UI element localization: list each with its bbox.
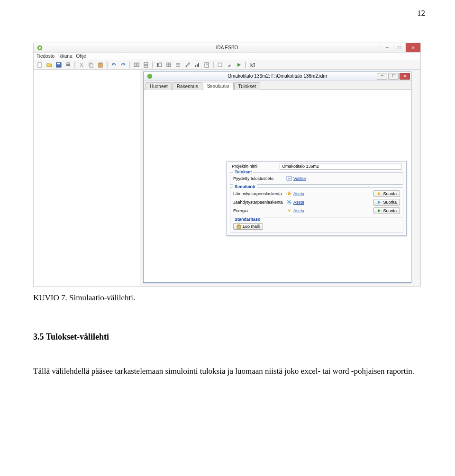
separator-icon <box>152 62 153 68</box>
cooling-run-text: Suorita <box>383 200 397 205</box>
svg-rect-7 <box>90 64 93 67</box>
menu-file[interactable]: Tiedosto <box>36 54 55 59</box>
heating-run-text: Suorita <box>383 191 397 196</box>
app-title: IDA ESBO <box>216 45 238 50</box>
doc-body: Projektin nimi Omakotitalo 136m2 Tulokse… <box>144 90 411 282</box>
doc-maximize-button[interactable]: ☐ <box>388 73 399 80</box>
doc-icon <box>146 73 153 80</box>
cooling-set-link[interactable]: Aseta <box>286 199 304 205</box>
separator-icon <box>74 62 75 68</box>
menu-window[interactable]: Ikkuna <box>57 54 73 59</box>
tab-simulaatio[interactable]: Simulaatio <box>203 82 234 90</box>
svg-rect-31 <box>287 177 291 180</box>
project-name-input[interactable]: Omakotitalo 136m2 <box>280 163 401 170</box>
group-standard-level: Standaritaso Luo malli <box>230 220 403 233</box>
svg-rect-13 <box>144 65 148 67</box>
titlebar: IDA ESBO ━ ☐ ✕ <box>34 43 420 53</box>
select-link-text: Valitse <box>293 176 306 181</box>
separator-icon <box>245 62 246 68</box>
cut-icon[interactable] <box>77 61 86 69</box>
document-window: Omakotitalo 136m2: F:\Omakotitalo 136m2.… <box>143 72 411 283</box>
cooling-run-button[interactable]: Suorita <box>373 199 400 206</box>
chart-icon[interactable] <box>193 61 201 69</box>
project-name-label: Projektin nimi <box>232 164 277 169</box>
layout-v-icon[interactable] <box>142 61 150 69</box>
layout-h-icon[interactable] <box>132 61 141 69</box>
svg-point-34 <box>288 192 291 195</box>
svg-rect-10 <box>134 63 136 67</box>
edit-icon[interactable] <box>183 61 192 69</box>
doc-titlebar: Omakotitalo 136m2: F:\Omakotitalo 136m2.… <box>144 72 411 81</box>
svg-rect-9 <box>100 63 101 63</box>
separator-icon <box>129 62 130 68</box>
heating-set-link[interactable]: Aseta <box>286 191 304 197</box>
energy-set-link[interactable]: Aseta <box>286 208 304 214</box>
heating-demand-label: Lämmitystarpeenlaskenta <box>233 191 284 196</box>
svg-rect-11 <box>137 63 139 67</box>
grid-icon[interactable] <box>164 61 173 69</box>
requested-output-label: Pyydetty tulostustieto <box>233 176 284 181</box>
new-icon[interactable] <box>36 61 44 69</box>
sheet-icon[interactable] <box>216 61 224 69</box>
menubar: Tiedosto Ikkuna Ohje <box>34 53 420 60</box>
play-icon <box>377 191 382 196</box>
copy-icon[interactable] <box>87 61 95 69</box>
app-window: IDA ESBO ━ ☐ ✕ Tiedosto Ikkuna Ohje <box>33 43 421 287</box>
energy-label: Energia <box>233 208 284 213</box>
group-simulation: Simulointi Lämmitystarpeenlaskenta Aseta <box>230 187 403 217</box>
energy-run-button[interactable]: Suorita <box>373 207 400 214</box>
section-heading: 3.5 Tulokset-välilehti <box>33 332 422 342</box>
svg-rect-1 <box>38 63 41 67</box>
svg-rect-15 <box>159 63 162 67</box>
list-icon <box>286 176 292 181</box>
tool-icon[interactable] <box>225 61 234 69</box>
undo-icon[interactable] <box>109 61 118 69</box>
sun-icon <box>286 191 292 197</box>
group-simulation-legend: Simulointi <box>233 184 257 189</box>
separator-icon <box>213 62 214 68</box>
svg-rect-22 <box>195 65 196 67</box>
toolbar: k? <box>34 60 420 70</box>
minimize-button[interactable]: ━ <box>381 43 393 52</box>
create-model-text: Luo malli <box>243 224 260 229</box>
play-icon[interactable] <box>235 61 243 69</box>
svg-rect-12 <box>144 63 148 64</box>
tab-tulokset[interactable]: Tulokset <box>234 82 260 90</box>
save-icon[interactable] <box>55 61 63 69</box>
tab-rakennus[interactable]: Rakennus <box>173 82 202 90</box>
svg-rect-23 <box>197 64 198 67</box>
app-icon <box>36 45 43 51</box>
doc-title-text: Omakotitalo 136m2: F:\Omakotitalo 136m2.… <box>228 73 327 79</box>
doc-close-button[interactable]: ✕ <box>400 73 410 80</box>
print-icon[interactable] <box>64 61 73 69</box>
svg-rect-24 <box>198 63 199 67</box>
svg-text:k?: k? <box>250 63 255 68</box>
figure-caption: KUVIO 7. Simulaatio-välilehti. <box>33 293 422 303</box>
tab-strip: Huoneet Rakennus Simulaatio Tulokset <box>144 81 411 90</box>
svg-rect-3 <box>57 63 60 64</box>
cooling-demand-label: Jäähdytystarpeenlaskenta <box>233 200 284 205</box>
select-output-link[interactable]: Valitse <box>286 176 306 181</box>
help-icon[interactable]: k? <box>248 61 256 69</box>
doc-minimize-button[interactable]: ━ <box>377 73 387 80</box>
separator-icon <box>107 62 108 68</box>
create-model-button[interactable]: Luo malli <box>233 223 263 230</box>
group-standard-legend: Standaritaso <box>233 217 262 222</box>
svg-rect-8 <box>99 63 102 67</box>
heating-run-button[interactable]: Suorita <box>373 190 400 197</box>
snowflake-icon <box>286 199 292 205</box>
page-number: 12 <box>417 9 425 18</box>
paste-icon[interactable] <box>96 61 105 69</box>
workspace: Omakotitalo 136m2: F:\Omakotitalo 136m2.… <box>34 70 420 286</box>
cooling-set-text: Aseta <box>293 200 304 205</box>
open-icon[interactable] <box>45 61 54 69</box>
redo-icon[interactable] <box>119 61 127 69</box>
list-icon[interactable] <box>174 61 182 69</box>
report-icon[interactable] <box>202 61 211 69</box>
close-button[interactable]: ✕ <box>405 43 420 52</box>
toggle-panel-icon[interactable] <box>155 61 164 69</box>
menu-help[interactable]: Ohje <box>75 54 87 59</box>
maximize-button[interactable]: ☐ <box>393 43 405 52</box>
svg-rect-43 <box>237 225 241 228</box>
tab-huoneet[interactable]: Huoneet <box>146 82 172 90</box>
